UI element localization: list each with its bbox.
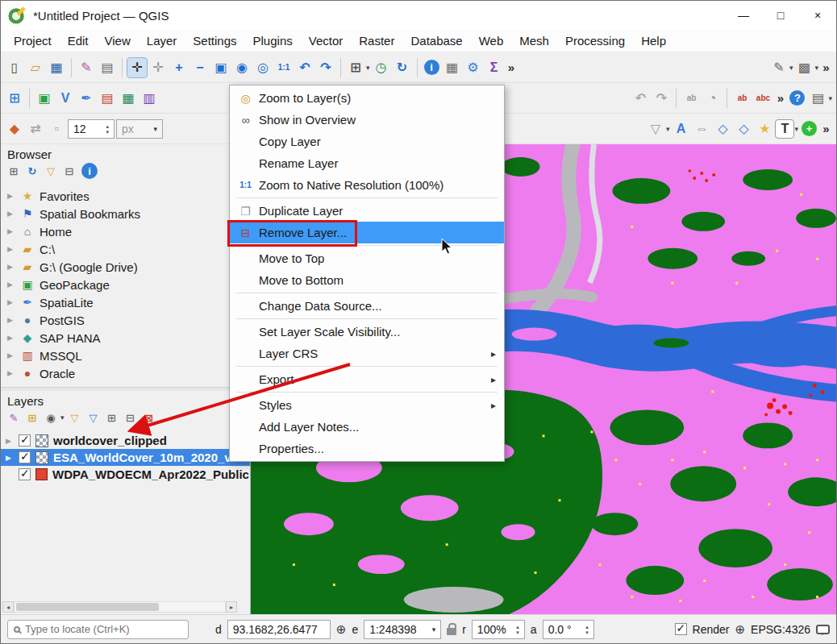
zoom-out-icon[interactable]: − bbox=[190, 58, 210, 77]
layer-visibility-checkbox[interactable] bbox=[19, 468, 31, 480]
browser-item-geopackage[interactable]: ▣GeoPackage bbox=[1, 276, 250, 293]
unit-select[interactable]: px ▾ bbox=[116, 119, 163, 139]
zoom-native-icon[interactable]: 1:1 bbox=[274, 58, 294, 77]
rotation-spinner[interactable]: 0.0 ° bbox=[543, 620, 594, 639]
spinner-arrows-icon[interactable] bbox=[585, 624, 589, 635]
render-checkbox[interactable] bbox=[675, 623, 687, 635]
maximize-button[interactable]: □ bbox=[762, 1, 799, 30]
chevron-right-icon[interactable] bbox=[6, 454, 14, 462]
spinner-arrows-icon[interactable] bbox=[106, 123, 109, 135]
save-project-icon[interactable]: ▦ bbox=[47, 58, 66, 77]
toolbar-overflow4-icon[interactable]: » bbox=[820, 119, 832, 139]
menu-vector[interactable]: Vector bbox=[301, 31, 352, 51]
temporal-controller-icon[interactable]: ◷ bbox=[372, 58, 391, 77]
browser-item-mssql[interactable]: ▥MSSQL bbox=[1, 347, 250, 364]
menu-settings[interactable]: Settings bbox=[185, 31, 244, 51]
menu-item-layer-crs[interactable]: Layer CRS▸ bbox=[230, 343, 504, 364]
properties-widget-icon[interactable]: i bbox=[81, 163, 98, 179]
collapse-all-icon[interactable]: ⊟ bbox=[61, 163, 77, 179]
browser-item-g-google-drive[interactable]: ▰G:\ (Google Drive) bbox=[1, 258, 250, 276]
node-dot-icon[interactable]: ▫ bbox=[47, 119, 66, 139]
layer-row-worldcover-clipped[interactable]: worldcover_clipped bbox=[1, 432, 250, 449]
chevron-right-icon[interactable] bbox=[7, 351, 15, 359]
label-toolbar-icon[interactable]: abc bbox=[753, 89, 772, 108]
help-icon[interactable]: ? bbox=[789, 90, 805, 106]
close-button[interactable]: × bbox=[799, 1, 836, 30]
new-map-view-icon[interactable]: ⊞ bbox=[346, 58, 365, 77]
menu-item-styles[interactable]: Styles▸ bbox=[230, 394, 504, 416]
zoom-last-icon[interactable]: ↶ bbox=[295, 58, 314, 77]
menu-item-rename-layer[interactable]: Rename Layer bbox=[230, 152, 504, 174]
pan-to-selection-icon[interactable]: ✛ bbox=[148, 58, 168, 77]
menu-item-set-layer-scale-visibility[interactable]: Set Layer Scale Visibility... bbox=[230, 321, 504, 343]
minimize-button[interactable]: — bbox=[725, 1, 762, 30]
menu-item-show-in-overview[interactable]: ∞Show in Overview bbox=[230, 109, 504, 131]
scroll-track[interactable] bbox=[14, 601, 226, 613]
data-source-manager-icon[interactable]: ⊞ bbox=[5, 89, 24, 108]
layer-visibility-checkbox[interactable] bbox=[19, 434, 31, 447]
favorites-star-icon[interactable]: ★ bbox=[755, 119, 774, 139]
crs-globe-icon[interactable]: ⊕ bbox=[735, 622, 745, 637]
style-manager-icon[interactable]: ✎ bbox=[77, 58, 96, 77]
chevron-right-icon[interactable] bbox=[7, 210, 15, 218]
chevron-right-icon[interactable] bbox=[7, 298, 15, 306]
chevron-right-icon[interactable] bbox=[7, 263, 15, 271]
annotation-layer-icon[interactable]: ◆ bbox=[5, 119, 24, 139]
refresh-icon[interactable]: ↻ bbox=[393, 58, 412, 77]
refresh-browser-icon[interactable]: ↻ bbox=[24, 163, 40, 179]
menu-view[interactable]: View bbox=[97, 31, 139, 51]
map-tool-green-icon[interactable]: + bbox=[802, 121, 817, 136]
locate-search[interactable] bbox=[7, 620, 189, 639]
chevron-down-icon[interactable]: ▾ bbox=[366, 64, 370, 72]
open-attribute-table-icon[interactable]: ▦ bbox=[443, 58, 462, 77]
menu-raster[interactable]: Raster bbox=[351, 31, 402, 51]
browser-item-spatial-bookmarks[interactable]: ⚑Spatial Bookmarks bbox=[1, 205, 250, 222]
map-themes-icon[interactable]: ◉ bbox=[43, 409, 59, 426]
layout-manager-icon[interactable]: ▤ bbox=[98, 58, 117, 77]
pan-map-icon[interactable]: ✛ bbox=[127, 58, 147, 77]
filter-legend-icon[interactable]: ▽ bbox=[67, 409, 83, 426]
label-highlight-icon[interactable]: ab bbox=[732, 89, 752, 108]
expand-all-icon[interactable]: ⊞ bbox=[104, 409, 120, 426]
layer-visibility-checkbox[interactable] bbox=[19, 451, 31, 463]
menu-item-copy-layer[interactable]: Copy Layer bbox=[230, 131, 504, 152]
move-feature-icon[interactable]: ⇔ bbox=[692, 119, 711, 139]
chevron-down-icon[interactable]: ▾ bbox=[666, 125, 670, 133]
chevron-down-icon[interactable]: ▾ bbox=[828, 94, 832, 102]
chevron-right-icon[interactable] bbox=[7, 316, 15, 324]
layer-styling-icon[interactable]: ✎ bbox=[6, 409, 22, 426]
new-mesh-layer-icon[interactable]: ▦ bbox=[119, 89, 138, 108]
options-gear-icon[interactable]: ⚙ bbox=[464, 58, 483, 77]
undo-icon[interactable]: ↶ bbox=[631, 89, 650, 108]
add-layers-icon[interactable]: ⊞ bbox=[6, 163, 22, 179]
add-group-icon[interactable]: ⊞ bbox=[24, 409, 40, 426]
browser-item-oracle[interactable]: ●Oracle bbox=[1, 364, 250, 382]
label-pin-icon[interactable]: ◔ bbox=[702, 89, 722, 108]
zoom-in-icon[interactable]: + bbox=[169, 58, 189, 77]
chevron-right-icon[interactable] bbox=[6, 437, 14, 445]
chevron-right-icon[interactable] bbox=[7, 227, 15, 235]
chevron-right-icon[interactable] bbox=[7, 334, 15, 342]
locate-input[interactable] bbox=[25, 623, 182, 635]
plugins-dropdown-icon[interactable]: ▤ bbox=[808, 89, 827, 108]
chevron-right-icon[interactable] bbox=[7, 369, 15, 377]
zoom-next-icon[interactable]: ↷ bbox=[316, 58, 335, 77]
browser-item-sap-hana[interactable]: ◆SAP HANA bbox=[1, 329, 250, 347]
chevron-down-icon[interactable]: ▾ bbox=[432, 625, 436, 634]
chevron-down-icon[interactable]: ▾ bbox=[814, 64, 818, 72]
font-size-spinner[interactable]: 12 bbox=[68, 119, 115, 139]
scroll-left-button[interactable] bbox=[2, 601, 14, 613]
layer-row-esa-worldcover-10m-2020-v100[interactable]: ESA_WorldCover_10m_2020_v100 bbox=[1, 449, 250, 466]
filter-browser-icon[interactable]: ▽ bbox=[43, 163, 59, 179]
menu-item-move-to-top[interactable]: Move to Top bbox=[230, 247, 504, 269]
crs-status[interactable]: EPSG:4326 bbox=[751, 623, 810, 636]
browser-item-favorites[interactable]: ★Favorites bbox=[1, 187, 250, 205]
zoom-to-layer-icon[interactable]: ◎ bbox=[253, 58, 273, 77]
zoom-full-icon[interactable]: ▣ bbox=[211, 58, 231, 77]
menu-web[interactable]: Web bbox=[471, 31, 512, 51]
layers-horizontal-scrollbar[interactable] bbox=[2, 601, 237, 613]
chevron-right-icon[interactable] bbox=[7, 192, 15, 200]
filter-expression-icon[interactable]: ▽ bbox=[85, 409, 102, 426]
scale-combo[interactable]: 1:248398 ▾ bbox=[364, 620, 441, 639]
processing-toolbar-icon[interactable]: ▩ bbox=[794, 58, 814, 77]
